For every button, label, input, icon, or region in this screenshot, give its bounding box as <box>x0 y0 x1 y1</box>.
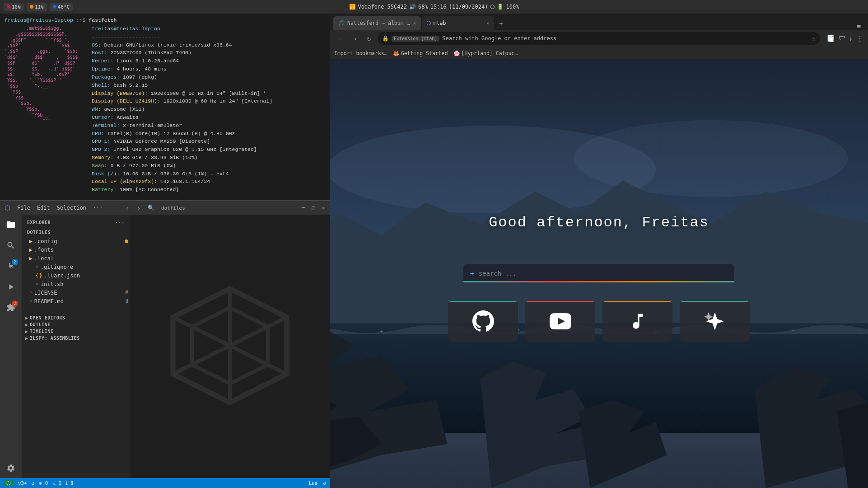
search-input[interactable]: search ... <box>479 270 728 277</box>
nav-back-btn[interactable]: ← <box>334 33 346 44</box>
lock-icon: 🔒 <box>382 35 389 42</box>
tree-item-local[interactable]: ▶ .local <box>22 254 130 263</box>
temp-label: 46°C <box>58 4 70 10</box>
info-label[interactable]: ℹ 8 <box>66 481 73 486</box>
vscode-minimize-btn[interactable]: ─ <box>302 205 305 211</box>
ram-dot <box>30 5 33 9</box>
vscode-menu-more[interactable]: ··· <box>93 205 103 211</box>
vscode-icon: ⬡ <box>5 204 10 212</box>
remote-icon[interactable]: ⬡ <box>4 480 14 486</box>
shield-icon[interactable]: 🛡 <box>839 34 845 42</box>
source-control-icon[interactable]: 2 <box>5 260 17 272</box>
temp-pill[interactable]: 46°C <box>50 3 73 11</box>
nav-forward-btn[interactable]: → <box>349 33 360 44</box>
browser-tab-0[interactable]: 🎵 Nattesferd – álbum de K… ✕ <box>333 16 421 30</box>
sync-btn[interactable]: ↺ <box>323 480 326 486</box>
file-icon: ◦ <box>35 263 39 270</box>
search-activity-icon[interactable] <box>5 239 17 252</box>
clock-label: 15:16 <box>430 4 447 10</box>
git-branch[interactable]: v3+ <box>18 480 27 486</box>
ram-pill[interactable]: 11% <box>27 3 47 11</box>
vscode-sidebar: EXPLORER ··· DOTFILES ▶ .config ▶ .fonts <box>22 215 130 478</box>
browser-tab-1[interactable]: ⬡ mtab ✕ <box>422 16 494 30</box>
ilspy-toggle[interactable]: ▶ ILSPY: ASSEMBLIES <box>22 335 130 342</box>
browser-chrome: 🎵 Nattesferd – álbum de K… ✕ ⬡ mtab ✕ + … <box>330 14 868 60</box>
tab-label-0: Nattesferd – álbum de K… <box>347 20 411 26</box>
vscode-statusbar: ⬡ v3+ ↺ ⊗ 0 ⚠ 2 ℹ 8 Lua ↺ <box>0 478 330 488</box>
json-icon: {} <box>35 272 42 279</box>
sync-icon[interactable]: ↺ <box>32 480 35 486</box>
vscode-close-btn[interactable]: ✕ <box>322 205 325 211</box>
ram-label: 11% <box>35 4 44 10</box>
quick-link-youtube[interactable] <box>525 301 595 342</box>
quick-link-music[interactable] <box>602 301 672 342</box>
source-control-badge: 2 <box>12 259 18 265</box>
tree-item-license[interactable]: ◦ LICENSE M <box>22 288 130 297</box>
timeline-title: TIMELINE <box>30 329 53 334</box>
vscode-menu-edit[interactable]: Edit <box>37 205 50 211</box>
explorer-icon[interactable] <box>5 218 17 231</box>
bookmark-star-icon[interactable]: ☆ <box>812 35 816 42</box>
battery-label: 100% <box>506 4 519 10</box>
tree-item-gitignore[interactable]: ◦ .gitignore <box>22 263 130 271</box>
tree-item-luarc[interactable]: {} .luarc.json <box>22 271 130 280</box>
svg-point-19 <box>380 330 383 333</box>
lang-label[interactable]: Lua <box>309 480 318 486</box>
address-text: Search with Google or enter address <box>442 35 809 42</box>
tab-label-1: mtab <box>434 20 446 26</box>
settings-icon[interactable] <box>5 462 17 474</box>
vscode-menu-file[interactable]: File <box>17 205 30 211</box>
bookmarks-icon[interactable]: 📑 <box>826 34 835 42</box>
timeline-toggle[interactable]: ▶ TIMELINE <box>22 328 130 335</box>
vscode-editor-area[interactable] <box>130 215 330 478</box>
bookmark-getting-started[interactable]: 🦊 Getting Started <box>393 50 448 56</box>
terminal-window[interactable]: freitas@freitas-laptop :~$ fastfetch .,m… <box>0 14 330 201</box>
vscode-search-icon[interactable]: 🔍 <box>148 205 154 211</box>
readme-badge: U <box>126 299 128 304</box>
file-icon: ◦ <box>29 289 33 296</box>
tree-item-fonts[interactable]: ▶ .fonts <box>22 245 130 254</box>
quick-link-github[interactable] <box>448 301 518 342</box>
tree-item-init[interactable]: ◦ init.sh <box>22 280 130 288</box>
nav-refresh-btn[interactable]: ↻ <box>363 33 375 44</box>
vscode-search-input[interactable]: dotfiles <box>161 205 185 211</box>
terminal-prompt: freitas@freitas-laptop <box>5 17 73 23</box>
tab-favicon-1: ⬡ <box>426 20 431 26</box>
new-tab-btn[interactable]: + <box>495 17 508 30</box>
temp-dot <box>53 5 56 9</box>
extensions-icon[interactable]: 2 <box>5 301 17 314</box>
tab-close-1[interactable]: ✕ <box>486 20 490 26</box>
open-editors-toggle[interactable]: ▶ OPEN EDITORS <box>22 314 130 321</box>
vscode-menu-selection[interactable]: Selection <box>57 205 86 211</box>
hyprland-label: [Hyprland] Catpuc… <box>462 50 518 56</box>
download-icon[interactable]: ↓ <box>849 35 853 42</box>
run-icon[interactable] <box>5 281 17 293</box>
tree-item-config[interactable]: ▶ .config <box>22 237 130 245</box>
quick-link-ai[interactable] <box>680 301 750 342</box>
tab-close-0[interactable]: ✕ <box>413 20 416 26</box>
tree-item-readme[interactable]: ◦ README.md U <box>22 297 130 305</box>
explorer-more-btn[interactable]: ··· <box>115 219 125 225</box>
address-bar[interactable]: 🔒 Extension (mtab) Search with Google or… <box>378 32 820 45</box>
vscode-nav-forward[interactable]: › <box>136 204 141 212</box>
vscode-maximize-btn[interactable]: □ <box>312 205 315 211</box>
outline-toggle[interactable]: ▶ OUTLINE <box>22 321 130 328</box>
browser-menu-icon[interactable]: ≡ <box>857 23 861 30</box>
volume-label: 68% <box>418 4 428 10</box>
search-box[interactable]: → search ... <box>463 264 734 284</box>
search-underline <box>463 281 734 282</box>
dotfiles-section-title: DOTFILES <box>22 227 130 237</box>
browser-panel: 🎵 Nattesferd – álbum de K… ✕ ⬡ mtab ✕ + … <box>330 14 868 488</box>
bookmark-import[interactable]: Import bookmarks… <box>334 50 387 56</box>
vscode-titlebar: ⬡ File Edit Selection ··· ‹ › 🔍 dotfiles… <box>0 201 330 215</box>
outline-title: OUTLINE <box>30 322 51 327</box>
modified-dot <box>125 239 128 243</box>
bookmark-hyprland[interactable]: 🌸 [Hyprland] Catpuc… <box>453 50 518 56</box>
browser-menu-btn[interactable]: ⋮ <box>856 34 863 43</box>
warnings-label[interactable]: ⚠ 2 <box>52 480 61 486</box>
svg-point-22 <box>792 329 794 331</box>
vscode-nav-back[interactable]: ‹ <box>126 204 130 212</box>
errors-label[interactable]: ⊗ 0 <box>39 480 48 486</box>
cpu-pill[interactable]: 10% <box>4 3 24 11</box>
date-label: (11/09/2024) <box>449 4 488 10</box>
